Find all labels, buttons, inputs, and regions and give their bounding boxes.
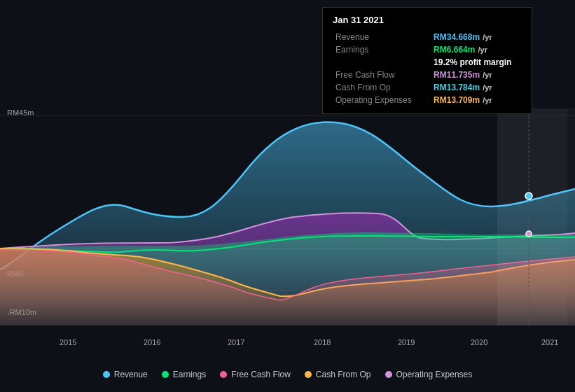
x-label-2017: 2017 (228, 338, 244, 346)
legend-item-revenue[interactable]: Revenue (103, 370, 148, 379)
cashfromop-label: Cash From Op (333, 81, 431, 94)
earnings-legend-label: Earnings (173, 370, 206, 379)
opex-label: Operating Expenses (333, 94, 431, 106)
chart-svg (0, 108, 575, 326)
x-label-2019: 2019 (398, 338, 415, 346)
svg-point-6 (526, 231, 532, 237)
x-label-2018: 2018 (314, 338, 331, 346)
fcf-label: Free Cash Flow (333, 69, 431, 81)
legend-item-fcf[interactable]: Free Cash Flow (220, 370, 291, 379)
tooltip-date: Jan 31 2021 (333, 15, 522, 25)
tooltip-box: Jan 31 2021 Revenue RM34.668m/yr Earning… (322, 7, 532, 114)
revenue-dot (103, 371, 110, 378)
legend-item-cashfromop[interactable]: Cash From Op (305, 370, 371, 379)
legend-item-opex[interactable]: Operating Expenses (385, 370, 473, 379)
chart-container: Jan 31 2021 Revenue RM34.668m/yr Earning… (0, 0, 575, 392)
fcf-legend-label: Free Cash Flow (231, 370, 291, 379)
x-label-2016: 2016 (144, 338, 160, 346)
svg-rect-3 (497, 108, 575, 326)
legend-item-earnings[interactable]: Earnings (162, 370, 206, 379)
fcf-value: RM11.735m/yr (431, 69, 522, 81)
cashfromop-dot (305, 371, 312, 378)
profit-margin: 19.2% profit margin (431, 56, 522, 69)
revenue-label: Revenue (333, 31, 431, 43)
opex-value: RM13.709m/yr (431, 94, 522, 106)
cashfromop-value: RM13.784m/yr (431, 81, 522, 94)
fcf-dot (220, 371, 227, 378)
earnings-value: RM6.664m/yr (431, 43, 522, 56)
chart-legend: Revenue Earnings Free Cash Flow Cash Fro… (0, 370, 575, 379)
opex-dot (385, 371, 392, 378)
chart-svg-area (0, 108, 575, 326)
svg-point-5 (525, 192, 532, 200)
revenue-value: RM34.668m/yr (431, 31, 522, 43)
x-label-2021: 2021 (541, 338, 558, 346)
cashfromop-legend-label: Cash From Op (316, 370, 371, 379)
x-label-2020: 2020 (471, 338, 487, 346)
earnings-dot (162, 371, 169, 378)
earnings-label: Earnings (333, 43, 431, 56)
opex-legend-label: Operating Expenses (396, 370, 473, 379)
revenue-legend-label: Revenue (114, 370, 148, 379)
x-label-2015: 2015 (60, 338, 76, 346)
